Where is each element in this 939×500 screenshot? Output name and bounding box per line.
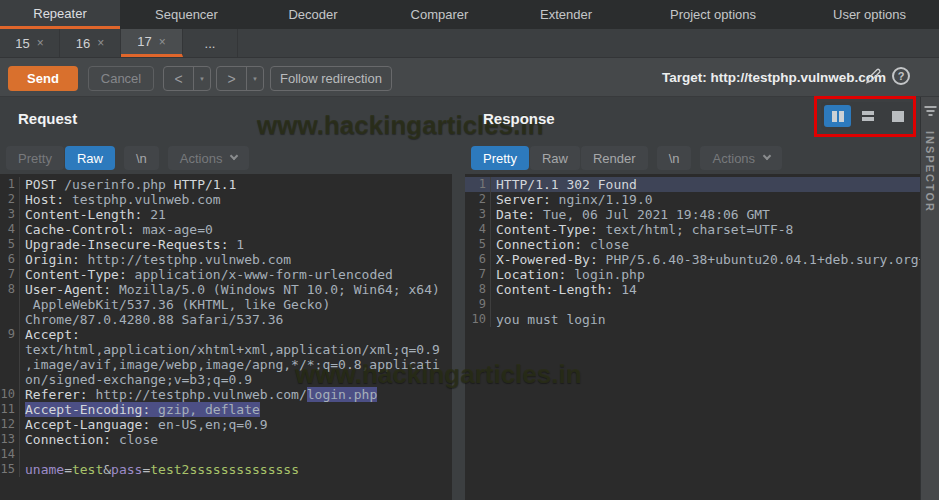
code-row[interactable]: 1HTTP/1.1 302 Found [465, 177, 920, 192]
repeater-tab-16[interactable]: 16× [60, 29, 121, 57]
close-icon[interactable]: × [159, 36, 166, 48]
code-row[interactable]: 11Accept-Encoding: gzip, deflate [0, 402, 452, 417]
response-editor[interactable]: 1HTTP/1.1 302 Found2Server: nginx/1.19.0… [465, 174, 920, 500]
line-number: 8 [0, 282, 20, 297]
code-row[interactable]: 6Origin: http://testphp.vulnweb.com [0, 252, 452, 267]
tab-label: Pretty [18, 151, 52, 166]
code-row[interactable]: on/signed-exchange;v=b3;q=0.9 [0, 372, 452, 387]
code-row[interactable]: 2Host: testphp.vulnweb.com [0, 192, 452, 207]
cancel-button[interactable]: Cancel [88, 66, 154, 91]
close-icon[interactable]: × [37, 37, 44, 49]
code-row[interactable]: 14 [0, 447, 452, 462]
repeater-tab-15[interactable]: 15× [0, 29, 60, 57]
line-number: 10 [465, 312, 491, 327]
repeater-tab-bar: 15×16×17×... [0, 29, 939, 57]
history-forward-dropdown[interactable]: ▼ [246, 67, 263, 90]
code-row[interactable]: 3Content-Length: 21 [0, 207, 452, 222]
tab-sequencer[interactable]: Sequencer [120, 0, 253, 29]
history-forward-split-button: > ▼ [216, 66, 264, 91]
code-row[interactable]: 4Cache-Control: max-age=0 [0, 222, 452, 237]
line-number: 4 [465, 222, 491, 237]
response-tab-raw[interactable]: Raw [530, 146, 580, 170]
inspector-label: INSPECTOR [924, 131, 936, 213]
code-row[interactable]: 15uname=test&pass=test2ssssssssssssss [0, 462, 452, 477]
repeater-tab-label: 17 [137, 34, 151, 49]
burp-repeater-window: RepeaterSequencerDecoderComparerExtender… [0, 0, 939, 500]
close-icon[interactable]: × [97, 37, 104, 49]
line-number: 1 [0, 177, 20, 192]
response-tab-pretty[interactable]: Pretty [471, 146, 529, 170]
main-tab-bar: RepeaterSequencerDecoderComparerExtender… [0, 0, 939, 29]
response-tab-actions[interactable]: Actions [700, 146, 782, 170]
code-row[interactable]: 13Connection: close [0, 432, 452, 447]
code-row[interactable]: 2Server: nginx/1.19.0 [465, 192, 920, 207]
request-panel-title: Request [18, 110, 77, 127]
layout-single-button[interactable] [884, 105, 911, 127]
tab-project-options[interactable]: Project options [626, 0, 800, 29]
tab-label: Raw [542, 151, 568, 166]
history-back-button[interactable]: < [164, 67, 193, 90]
code-row[interactable]: 8Content-Length: 14 [465, 282, 920, 297]
request-tab-pretty[interactable]: Pretty [6, 146, 64, 170]
tab-label: \n [669, 151, 680, 166]
tab-repeater[interactable]: Repeater [0, 0, 120, 29]
code-row[interactable]: AppleWebKit/537.36 (KHTML, like Gecko) [0, 297, 452, 312]
line-number: 12 [0, 417, 20, 432]
tab-comparer[interactable]: Comparer [373, 0, 506, 29]
inspector-collapse-icon[interactable] [924, 105, 937, 117]
code-row[interactable]: 5Upgrade-Insecure-Requests: 1 [0, 237, 452, 252]
response-tab-render[interactable]: Render [581, 146, 648, 170]
line-number: 7 [465, 267, 491, 282]
code-row[interactable]: Chrome/87.0.4280.88 Safari/537.36 [0, 312, 452, 327]
code-row[interactable]: text/html,application/xhtml+xml,applicat… [0, 342, 452, 357]
repeater-tab-...[interactable]: ... [183, 29, 238, 57]
repeater-tab-label: ... [205, 36, 216, 51]
line-number: 5 [465, 237, 491, 252]
help-icon[interactable]: ? [892, 67, 910, 85]
line-number: 5 [0, 237, 20, 252]
code-row[interactable]: 1POST /userinfo.php HTTP/1.1 [0, 177, 452, 192]
tab-user-options[interactable]: User options [800, 0, 939, 29]
tab-extender[interactable]: Extender [506, 0, 626, 29]
code-row[interactable]: 5Connection: close [465, 237, 920, 252]
request-tab-n[interactable]: \n [124, 146, 159, 170]
code-row[interactable]: ,image/avif,image/webp,image/apng,*/*;q=… [0, 357, 452, 372]
target-url: http://testphp.vulnweb.com [711, 70, 887, 85]
code-row[interactable]: 10you must login [465, 312, 920, 327]
code-row[interactable]: 10Referer: http://testphp.vulnweb.com/lo… [0, 387, 452, 402]
code-row[interactable]: 8User-Agent: Mozilla/5.0 (Windows NT 10.… [0, 282, 452, 297]
tab-label: Pretty [483, 151, 517, 166]
request-tab-raw[interactable]: Raw [65, 146, 115, 170]
chevron-down-icon [763, 152, 771, 160]
code-row[interactable]: 6X-Powered-By: PHP/5.6.40-38+ubuntu20.04… [465, 252, 920, 267]
edit-target-icon[interactable] [864, 67, 882, 85]
code-row[interactable]: 7Location: login.php [465, 267, 920, 282]
tab-decoder[interactable]: Decoder [253, 0, 373, 29]
request-tab-actions[interactable]: Actions [168, 146, 250, 170]
code-row[interactable]: 9 [465, 297, 920, 312]
line-number: 9 [465, 297, 491, 312]
line-number [0, 342, 20, 357]
repeater-tab-17[interactable]: 17× [121, 29, 183, 57]
line-number [0, 297, 20, 312]
history-forward-button[interactable]: > [217, 67, 246, 90]
history-back-split-button: < ▼ [163, 66, 211, 91]
code-row[interactable]: 7Content-Type: application/x-www-form-ur… [0, 267, 452, 282]
response-tab-n[interactable]: \n [657, 146, 692, 170]
line-number: 3 [0, 207, 20, 222]
send-button[interactable]: Send [8, 66, 78, 91]
line-number: 8 [465, 282, 491, 297]
code-row[interactable]: 9Accept: [0, 327, 452, 342]
layout-columns-button[interactable] [824, 105, 851, 127]
layout-rows-button[interactable] [854, 105, 881, 127]
code-row[interactable]: 4Content-Type: text/html; charset=UTF-8 [465, 222, 920, 237]
request-editor[interactable]: 1POST /userinfo.php HTTP/1.12Host: testp… [0, 174, 452, 500]
inspector-sidebar[interactable]: INSPECTOR [920, 97, 939, 500]
code-row[interactable]: 3Date: Tue, 06 Jul 2021 19:48:06 GMT [465, 207, 920, 222]
code-row[interactable]: 12Accept-Language: en-US,en;q=0.9 [0, 417, 452, 432]
line-number: 10 [0, 387, 20, 402]
line-number: 1 [465, 177, 491, 192]
follow-redirection-button[interactable]: Follow redirection [270, 66, 392, 91]
line-number: 4 [0, 222, 20, 237]
history-back-dropdown[interactable]: ▼ [193, 67, 210, 90]
